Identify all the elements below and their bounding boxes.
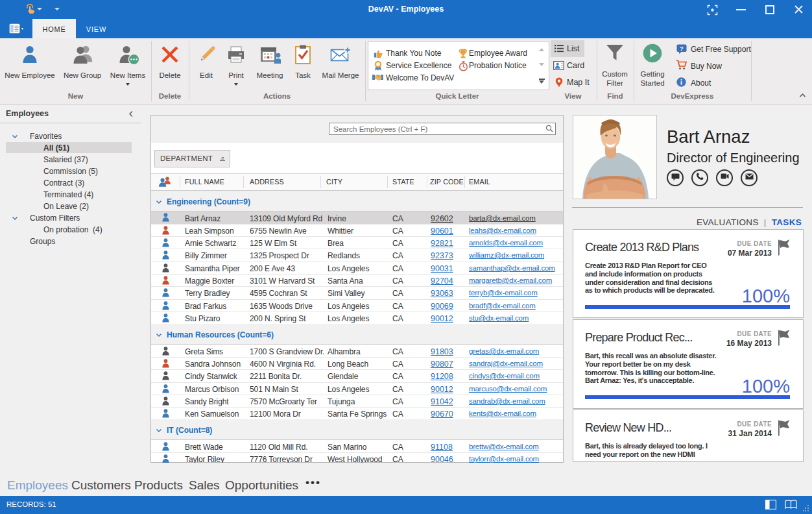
svg-text:?: ? <box>680 45 684 52</box>
